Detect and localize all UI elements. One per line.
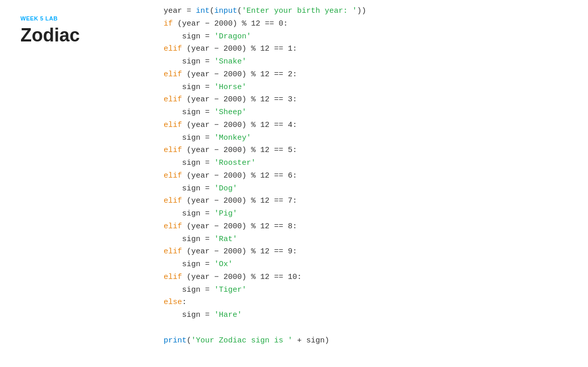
code-line: elif (year − 2000) % 12 == 2:	[164, 69, 578, 81]
code-line: sign = 'Snake'	[164, 56, 578, 69]
code-line: sign = 'Dragon'	[164, 31, 578, 44]
code-line: elif (year − 2000) % 12 == 5:	[164, 144, 578, 157]
code-line: elif (year − 2000) % 12 == 9:	[164, 246, 578, 258]
page-title: Zodiac	[20, 25, 148, 46]
code-line: sign = 'Tiger'	[164, 284, 578, 297]
code-line: elif (year − 2000) % 12 == 10:	[164, 271, 578, 284]
code-line: sign = 'Rat'	[164, 233, 578, 246]
code-line: sign = 'Horse'	[164, 81, 578, 94]
code-line: year = int(input('Enter your birth year:…	[164, 5, 578, 18]
code-line: elif (year − 2000) % 12 == 1:	[164, 43, 578, 56]
code-area: year = int(input('Enter your birth year:…	[159, 0, 588, 367]
sidebar: WEEK 5 LAB Zodiac	[0, 0, 159, 367]
code-line: sign = 'Ox'	[164, 258, 578, 271]
code-line: elif (year − 2000) % 12 == 8:	[164, 221, 578, 233]
week-label: WEEK 5 LAB	[20, 15, 148, 21]
code-line	[164, 322, 578, 335]
code-line: elif (year − 2000) % 12 == 6:	[164, 170, 578, 183]
code-line: sign = 'Monkey'	[164, 132, 578, 145]
code-line: sign = 'Dog'	[164, 183, 578, 196]
code-line: if (year − 2000) % 12 == 0:	[164, 18, 578, 31]
code-line: print('Your Zodiac sign is ' + sign)	[164, 335, 578, 348]
code-line: sign = 'Hare'	[164, 309, 578, 322]
code-line: else:	[164, 296, 578, 309]
code-block: year = int(input('Enter your birth year:…	[164, 5, 578, 347]
code-line: sign = 'Sheep'	[164, 106, 578, 119]
code-line: sign = 'Rooster'	[164, 157, 578, 170]
code-line: elif (year − 2000) % 12 == 7:	[164, 195, 578, 208]
code-line: elif (year − 2000) % 12 == 4:	[164, 119, 578, 132]
code-line: sign = 'Pig'	[164, 208, 578, 221]
code-line: elif (year − 2000) % 12 == 3:	[164, 94, 578, 106]
